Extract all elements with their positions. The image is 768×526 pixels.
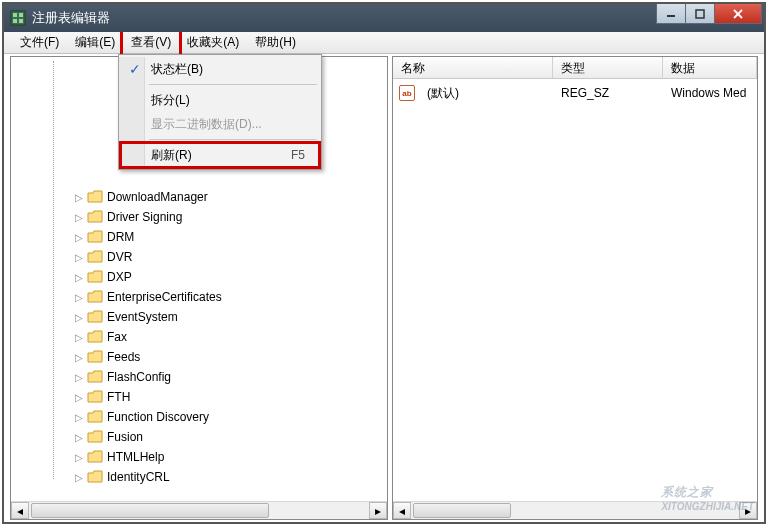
menu-refresh[interactable]: 刷新(R) F5: [121, 143, 319, 167]
cell-type: REG_SZ: [553, 86, 663, 100]
close-button[interactable]: [714, 4, 762, 24]
expand-icon[interactable]: ▷: [71, 372, 87, 383]
folder-icon: [87, 330, 103, 344]
scroll-right-button[interactable]: ▸: [369, 502, 387, 519]
folder-icon: [87, 390, 103, 404]
expand-icon[interactable]: ▷: [71, 292, 87, 303]
tree-item[interactable]: ▷EventSystem: [71, 307, 387, 327]
tree-item[interactable]: ▷Fax: [71, 327, 387, 347]
scroll-track[interactable]: [29, 502, 369, 519]
tree-item[interactable]: ▷DRM: [71, 227, 387, 247]
string-value-icon: ab: [399, 85, 415, 101]
folder-icon: [87, 250, 103, 264]
cell-data: Windows Med: [663, 86, 757, 100]
folder-icon: [87, 210, 103, 224]
cell-name: (默认): [419, 85, 553, 102]
scroll-track[interactable]: [411, 502, 739, 519]
tree-hscrollbar[interactable]: ◂ ▸: [11, 501, 387, 519]
tree-item[interactable]: ▷Driver Signing: [71, 207, 387, 227]
folder-icon: [87, 410, 103, 424]
list-row[interactable]: ab (默认) REG_SZ Windows Med: [393, 83, 757, 103]
menu-favorites[interactable]: 收藏夹(A): [179, 31, 247, 54]
values-pane: 名称 类型 数据 ab (默认) REG_SZ Windows Med ◂ ▸: [392, 56, 758, 520]
tree-guide-line: [53, 61, 54, 479]
shortcut-label: F5: [291, 148, 305, 162]
minimize-button[interactable]: [656, 4, 686, 24]
expand-icon[interactable]: ▷: [71, 212, 87, 223]
tree-item[interactable]: ▷Fusion: [71, 427, 387, 447]
window-buttons: [657, 4, 762, 24]
svg-rect-6: [696, 10, 704, 18]
check-icon: ✓: [129, 61, 141, 77]
expand-icon[interactable]: ▷: [71, 332, 87, 343]
title-bar: 注册表编辑器: [4, 4, 764, 32]
folder-icon: [87, 370, 103, 384]
svg-rect-1: [13, 13, 17, 17]
menu-help[interactable]: 帮助(H): [247, 31, 304, 54]
menu-view[interactable]: 查看(V): [123, 31, 179, 54]
maximize-button[interactable]: [685, 4, 715, 24]
menu-split[interactable]: 拆分(L): [121, 88, 319, 112]
list-header: 名称 类型 数据: [393, 57, 757, 79]
tree-item[interactable]: ▷DXP: [71, 267, 387, 287]
svg-rect-4: [19, 19, 23, 23]
menu-separator: [149, 139, 317, 140]
folder-icon: [87, 470, 103, 484]
expand-icon[interactable]: ▷: [71, 392, 87, 403]
menu-display-binary: 显示二进制数据(D)...: [121, 112, 319, 136]
menu-separator: [149, 84, 317, 85]
expand-icon[interactable]: ▷: [71, 472, 87, 483]
scroll-thumb[interactable]: [31, 503, 269, 518]
col-name[interactable]: 名称: [393, 57, 553, 78]
tree-item[interactable]: ▷FTH: [71, 387, 387, 407]
scroll-thumb[interactable]: [413, 503, 511, 518]
menu-edit[interactable]: 编辑(E): [67, 31, 123, 54]
menu-bar: 文件(F) 编辑(E) 查看(V) 收藏夹(A) 帮助(H): [4, 32, 764, 54]
expand-icon[interactable]: ▷: [71, 352, 87, 363]
svg-rect-3: [13, 19, 17, 23]
expand-icon[interactable]: ▷: [71, 192, 87, 203]
tree-item[interactable]: ▷HTMLHelp: [71, 447, 387, 467]
expand-icon[interactable]: ▷: [71, 412, 87, 423]
app-icon: [10, 10, 26, 26]
col-type[interactable]: 类型: [553, 57, 663, 78]
tree-item[interactable]: ▷IdentityCRL: [71, 467, 387, 487]
tree-item[interactable]: ▷Feeds: [71, 347, 387, 367]
expand-icon[interactable]: ▷: [71, 232, 87, 243]
col-data[interactable]: 数据: [663, 57, 757, 78]
expand-icon[interactable]: ▷: [71, 452, 87, 463]
folder-icon: [87, 450, 103, 464]
expand-icon[interactable]: ▷: [71, 312, 87, 323]
svg-rect-2: [19, 13, 23, 17]
folder-icon: [87, 190, 103, 204]
tree-item[interactable]: ▷EnterpriseCertificates: [71, 287, 387, 307]
tree-item[interactable]: ▷DownloadManager: [71, 187, 387, 207]
menu-status-bar[interactable]: ✓ 状态栏(B): [121, 57, 319, 81]
expand-icon[interactable]: ▷: [71, 272, 87, 283]
menu-file[interactable]: 文件(F): [12, 31, 67, 54]
folder-icon: [87, 310, 103, 324]
window-title: 注册表编辑器: [32, 9, 764, 27]
expand-icon[interactable]: ▷: [71, 252, 87, 263]
tree-item[interactable]: ▷Function Discovery: [71, 407, 387, 427]
folder-icon: [87, 350, 103, 364]
folder-icon: [87, 290, 103, 304]
tree-item[interactable]: ▷DVR: [71, 247, 387, 267]
scroll-left-button[interactable]: ◂: [11, 502, 29, 519]
scroll-right-button[interactable]: ▸: [739, 502, 757, 519]
folder-icon: [87, 270, 103, 284]
expand-icon[interactable]: ▷: [71, 432, 87, 443]
scroll-left-button[interactable]: ◂: [393, 502, 411, 519]
folder-icon: [87, 230, 103, 244]
list-hscrollbar[interactable]: ◂ ▸: [393, 501, 757, 519]
view-menu-dropdown: ✓ 状态栏(B) 拆分(L) 显示二进制数据(D)... 刷新(R) F5: [118, 54, 322, 170]
tree-item[interactable]: ▷FlashConfig: [71, 367, 387, 387]
folder-icon: [87, 430, 103, 444]
